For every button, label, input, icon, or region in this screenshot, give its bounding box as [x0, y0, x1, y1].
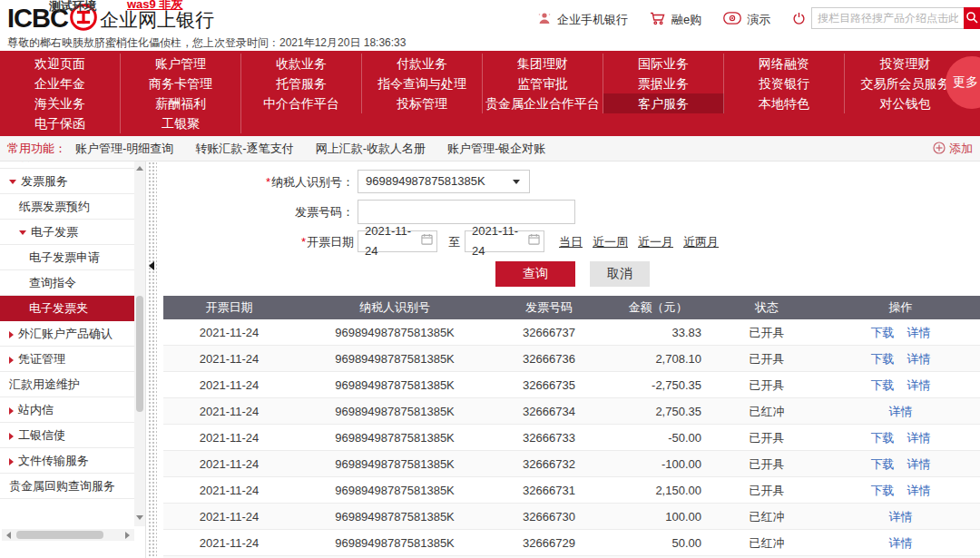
scroll-left-icon[interactable] [6, 532, 11, 539]
triangle-right-icon [9, 458, 14, 465]
sidebar-item[interactable]: 发票服务 [0, 169, 134, 194]
demo-link[interactable]: 演示 [723, 12, 770, 28]
sidebar-item[interactable]: 贵金属回购查询服务 [0, 474, 134, 499]
nav-item[interactable]: 客户服务 [603, 93, 724, 113]
action-link[interactable]: 详情 [907, 457, 931, 471]
date-range-link[interactable]: 近两月 [683, 234, 719, 250]
nav-item[interactable]: 工银聚 [121, 113, 241, 133]
nav-item[interactable]: 电子保函 [0, 113, 121, 133]
sidebar-item[interactable]: 电子发票 [0, 220, 134, 245]
nav-grid: 欢迎页面账户管理收款业务付款业务集团理财国际业务网络融资投资理财企业年金商务卡管… [0, 51, 980, 133]
sidebar-item[interactable]: 纸票发票预约 [0, 194, 134, 220]
action-link[interactable]: 详情 [889, 536, 913, 550]
date-range-link[interactable]: 近一周 [593, 234, 628, 250]
cart-icon [650, 12, 666, 28]
nav-item[interactable]: 指令查询与处理 [362, 73, 483, 93]
sidebar-item[interactable]: 预约服务 [0, 162, 134, 169]
cell-status: 已红冲 [712, 398, 821, 424]
sidebar-item[interactable]: 凭证管理 [0, 347, 134, 372]
nav-item[interactable]: 付款业务 [362, 54, 483, 73]
search-button[interactable] [964, 7, 980, 29]
add-quick-function-button[interactable]: 添加 [933, 136, 973, 162]
nav-item[interactable]: 托管服务 [241, 73, 362, 93]
sidebar-item-active[interactable]: 电子发票夹 [0, 296, 134, 321]
sidebar-vertical-scrollbar[interactable] [134, 162, 145, 526]
rong-e-gou-link[interactable]: 融e购 [650, 12, 701, 28]
sidebar-item-label: 预约服务 [18, 162, 65, 162]
action-link[interactable]: 详情 [907, 431, 931, 445]
nav-item[interactable]: 贵金属企业合作平台 [483, 93, 603, 113]
cell-amount: 2,750.35 [603, 398, 712, 424]
nav-item[interactable]: 海关业务 [0, 93, 121, 113]
nav-item[interactable]: 欢迎页面 [0, 54, 121, 73]
search-bar [811, 7, 980, 29]
search-input[interactable] [811, 7, 964, 29]
sidebar-splitter[interactable] [148, 162, 157, 558]
cell-date: 2021-11-24 [163, 398, 295, 424]
nav-item[interactable]: 监管审批 [483, 73, 603, 93]
sidebar-item-label: 凭证管理 [18, 352, 65, 366]
sidebar-item[interactable]: 工银信使 [0, 423, 134, 448]
action-link[interactable]: 下载 [871, 352, 895, 366]
scroll-up-icon[interactable] [136, 166, 143, 171]
sidebar-item[interactable]: 电子发票申请 [0, 245, 134, 270]
quickbar-link[interactable]: 账户管理-银企对账 [447, 142, 545, 155]
action-link[interactable]: 下载 [871, 431, 895, 445]
action-link[interactable]: 详情 [889, 405, 913, 418]
action-link[interactable]: 下载 [871, 484, 895, 497]
action-link[interactable]: 详情 [907, 484, 931, 497]
vertical-scroll-thumb[interactable] [136, 296, 143, 412]
sidebar-item[interactable]: 站内信 [0, 397, 134, 423]
cell-actions: 下载详情 [821, 477, 980, 503]
query-button[interactable]: 查询 [495, 261, 575, 287]
cell-date: 2021-11-24 [163, 425, 295, 450]
nav-item[interactable]: 对公钱包 [845, 93, 965, 113]
sidebar-collapse-icon[interactable] [149, 261, 154, 270]
table-header-row: 开票日期纳税人识别号发票号码金额（元）状态操作 [163, 296, 980, 319]
invoice-number-input[interactable] [358, 200, 575, 224]
date-from-input[interactable]: 2021-11-24 [358, 230, 437, 252]
nav-item[interactable]: 票据业务 [603, 73, 724, 93]
action-link[interactable]: 详情 [907, 326, 931, 339]
date-to-input[interactable]: 2021-11-24 [465, 230, 544, 252]
nav-item[interactable]: 集团理财 [483, 54, 603, 73]
cell-taxpayer-id: 96989498787581385K [295, 425, 495, 450]
mobile-banking-link[interactable]: 企业手机银行 [537, 11, 628, 28]
quickbar-link[interactable]: 转账汇款-逐笔支付 [195, 142, 293, 155]
sidebar-item[interactable]: 文件传输服务 [0, 448, 134, 474]
date-range-link[interactable]: 近一月 [638, 234, 673, 250]
nav-item[interactable]: 网络融资 [724, 54, 845, 73]
scroll-down-icon[interactable] [136, 515, 143, 520]
horizontal-scroll-thumb[interactable] [16, 531, 103, 539]
nav-item[interactable]: 投标管理 [362, 93, 483, 113]
nav-item[interactable]: 国际业务 [603, 54, 724, 73]
scroll-right-icon[interactable] [125, 532, 130, 539]
nav-item[interactable]: 中介合作平台 [241, 93, 362, 113]
nav-item[interactable]: 商务卡管理 [121, 73, 241, 93]
nav-item[interactable]: 投资银行 [724, 73, 845, 93]
quickbar-link[interactable]: 账户管理-明细查询 [75, 142, 173, 155]
date-range-link[interactable]: 当日 [559, 234, 583, 250]
sidebar-horizontal-scrollbar[interactable] [2, 529, 134, 541]
taxpayer-id-value: 96989498787581385K [366, 174, 485, 188]
action-link[interactable]: 下载 [871, 378, 895, 392]
quick-functions-bar: 常用功能： 账户管理-明细查询转账汇款-逐笔支付网上汇款-收款人名册账户管理-银… [0, 136, 980, 162]
nav-item[interactable]: 本地特色 [724, 93, 845, 113]
quickbar-link[interactable]: 网上汇款-收款人名册 [316, 142, 426, 155]
nav-item[interactable]: 收款业务 [241, 54, 362, 73]
nav-item[interactable]: 账户管理 [121, 54, 241, 73]
cancel-button[interactable]: 取消 [590, 261, 650, 287]
sidebar-item[interactable]: 查询指令 [0, 270, 134, 296]
sidebar-item[interactable]: 汇款用途维护 [0, 372, 134, 397]
sidebar-item-label: 工银信使 [18, 428, 65, 442]
action-link[interactable]: 详情 [907, 352, 931, 366]
action-link[interactable]: 详情 [889, 510, 913, 524]
action-link[interactable]: 下载 [871, 326, 895, 339]
column-header: 操作 [821, 296, 980, 319]
taxpayer-id-select[interactable]: 96989498787581385K [358, 170, 530, 193]
action-link[interactable]: 详情 [907, 378, 931, 392]
action-link[interactable]: 下载 [871, 457, 895, 471]
sidebar-item[interactable]: 外汇账户产品确认 [0, 321, 134, 347]
nav-item[interactable]: 企业年金 [0, 73, 121, 93]
nav-item[interactable]: 薪酬福利 [121, 93, 241, 113]
